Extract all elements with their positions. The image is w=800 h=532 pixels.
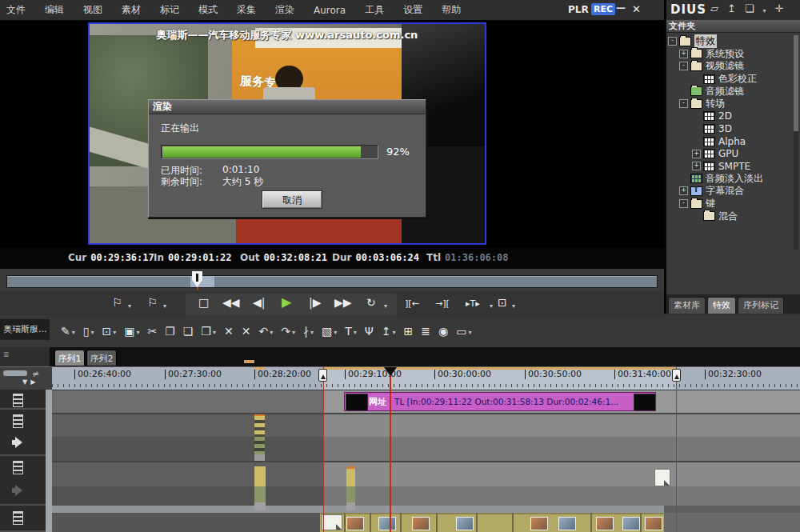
- folder-icon[interactable]: ▱: [710, 2, 718, 14]
- tree-item-label[interactable]: 转场: [706, 97, 725, 110]
- tab-bin[interactable]: 素材库: [668, 297, 706, 314]
- menu-aurora[interactable]: Aurora: [314, 5, 346, 16]
- expand-toggle[interactable]: +: [692, 150, 701, 158]
- tree-item-label[interactable]: 键: [706, 197, 715, 210]
- caret-down-icon[interactable]: ▾: [490, 302, 493, 310]
- expand-toggle[interactable]: -: [668, 37, 677, 46]
- caret-down-icon[interactable]: ▾: [512, 302, 515, 310]
- tree-item-system-presets[interactable]: + 系统预设: [668, 48, 794, 61]
- track-header-2va[interactable]: [0, 410, 46, 456]
- tree-item-smpte[interactable]: + SMPTE: [668, 160, 794, 173]
- plr-button[interactable]: PLR: [568, 4, 589, 15]
- track-header-3va[interactable]: [0, 456, 46, 506]
- audio-mixer-button[interactable]: ≣: [421, 325, 430, 338]
- tab-effects[interactable]: 特效: [707, 297, 736, 314]
- set-in-flag-icon[interactable]: ⚐: [112, 296, 122, 309]
- still-image-clip[interactable]: [654, 469, 670, 486]
- expand-toggle[interactable]: -: [679, 199, 688, 208]
- voice-over-button[interactable]: Ψ: [365, 325, 374, 338]
- audio-clip[interactable]: [254, 486, 266, 502]
- clip-stub[interactable]: [254, 454, 265, 461]
- tree-item-blend[interactable]: 混合: [668, 210, 794, 222]
- tab-sequence-markers[interactable]: 序列标记: [738, 297, 784, 314]
- tree-item-3d[interactable]: 3D: [668, 122, 794, 135]
- tree-item-transitions[interactable]: - 转场: [668, 98, 794, 110]
- expand-toggle[interactable]: +: [679, 186, 688, 195]
- delete-button[interactable]: ✕: [242, 325, 251, 338]
- expand-toggle[interactable]: +: [679, 50, 688, 58]
- tree-item-label[interactable]: 视频滤镜: [706, 59, 744, 73]
- expand-toggle[interactable]: +: [692, 162, 701, 170]
- tree-item-label[interactable]: 2D: [718, 110, 732, 122]
- goto-out-button[interactable]: →][: [435, 298, 450, 309]
- cut-button[interactable]: ✂: [147, 325, 157, 338]
- track-header-4v[interactable]: [0, 506, 46, 532]
- caret-down-icon[interactable]: ▾: [128, 302, 131, 310]
- tree-item-title-mixer[interactable]: + 字幕混合: [668, 185, 794, 198]
- caret-down-icon[interactable]: ▾: [163, 302, 166, 310]
- tree-item-gpu[interactable]: + GPU: [668, 147, 794, 160]
- video-clip[interactable]: [254, 466, 266, 486]
- minimize-button[interactable]: —: [616, 2, 626, 14]
- step-forward-button[interactable]: |▶: [309, 296, 321, 309]
- menu-render[interactable]: 渲染: [275, 3, 294, 17]
- tree-item-effects[interactable]: - 特效: [668, 35, 794, 48]
- ripple-delete-button[interactable]: ✕: [224, 325, 234, 338]
- menu-view[interactable]: 视图: [83, 3, 102, 17]
- add-cut-point-button[interactable]: ∤▾: [303, 325, 314, 338]
- monitor-layout-button[interactable]: ▭▾: [456, 325, 471, 338]
- still-image-clip[interactable]: [322, 514, 342, 530]
- tree-item-label[interactable]: 字幕混合: [706, 184, 744, 198]
- audio-clip[interactable]: [254, 437, 265, 454]
- tree-item-label[interactable]: Alpha: [718, 136, 746, 147]
- tree-item-color-correction[interactable]: 色彩校正: [668, 73, 794, 86]
- export-button[interactable]: ↥▾: [382, 325, 396, 338]
- color-wheel-button[interactable]: ◉: [438, 325, 448, 338]
- tree-item-label[interactable]: 色彩校正: [718, 72, 757, 86]
- speaker-muted-icon[interactable]: [12, 485, 25, 496]
- tree-item-alpha[interactable]: Alpha: [668, 135, 794, 148]
- play-button[interactable]: ▶: [282, 294, 291, 310]
- stop-button[interactable]: □: [198, 296, 209, 309]
- tree-item-label[interactable]: 音频淡入淡出: [706, 172, 763, 186]
- menu-tools[interactable]: 工具: [365, 3, 384, 17]
- step-back-button[interactable]: ◀|: [253, 296, 265, 309]
- audio-clip[interactable]: [346, 486, 355, 502]
- cancel-button[interactable]: 取消: [262, 191, 322, 208]
- menu-edit[interactable]: 编辑: [45, 3, 64, 17]
- add-icon[interactable]: ✛: [775, 2, 784, 14]
- tree-item-label[interactable]: 特效: [694, 34, 717, 48]
- menu-capture[interactable]: 采集: [237, 3, 256, 17]
- caret-down-icon[interactable]: ▾: [384, 302, 387, 310]
- tree-item-video-filters[interactable]: - 视频滤镜: [668, 60, 794, 73]
- menu-clip[interactable]: 素材: [122, 3, 141, 17]
- transition-button[interactable]: ▧▾: [322, 325, 337, 338]
- copy-button[interactable]: ❐: [165, 325, 175, 338]
- out-point-marker[interactable]: [672, 369, 681, 382]
- video-clip[interactable]: [254, 414, 265, 437]
- tree-item-label[interactable]: 系统预设: [706, 47, 744, 61]
- clip-stub[interactable]: [254, 502, 266, 510]
- tree-item-label[interactable]: 混合: [718, 210, 738, 223]
- keyboard-button[interactable]: ⊞: [404, 325, 414, 338]
- tree-item-label[interactable]: GPU: [718, 148, 738, 159]
- video-clip[interactable]: [346, 466, 355, 486]
- open-project-button[interactable]: ⊡▾: [102, 325, 116, 338]
- set-out-flag-icon[interactable]: ⚐: [147, 296, 158, 309]
- expand-toggle[interactable]: -: [679, 62, 688, 70]
- tree-item-label[interactable]: 3D: [718, 123, 732, 134]
- mode-button[interactable]: ✎▾: [61, 325, 75, 338]
- rewind-button[interactable]: ◀◀: [222, 296, 240, 309]
- layers-icon[interactable]: ❏: [745, 2, 754, 14]
- menu-help[interactable]: 帮助: [442, 3, 461, 17]
- replace-button[interactable]: ❒▾: [201, 325, 216, 338]
- caret-down-icon[interactable]: ▾: [763, 7, 766, 14]
- redo-button[interactable]: ↷▾: [281, 325, 295, 338]
- track-header-1v[interactable]: [0, 390, 46, 410]
- export-between-button[interactable]: ⊡: [498, 296, 507, 309]
- expand-tracks-control[interactable]: ▼▶: [22, 378, 38, 386]
- tree-item-2d[interactable]: 2D: [668, 110, 794, 123]
- loop-playback-button[interactable]: ↻: [366, 296, 376, 309]
- menu-marker[interactable]: 标记: [160, 3, 179, 17]
- expand-toggle[interactable]: -: [679, 99, 688, 108]
